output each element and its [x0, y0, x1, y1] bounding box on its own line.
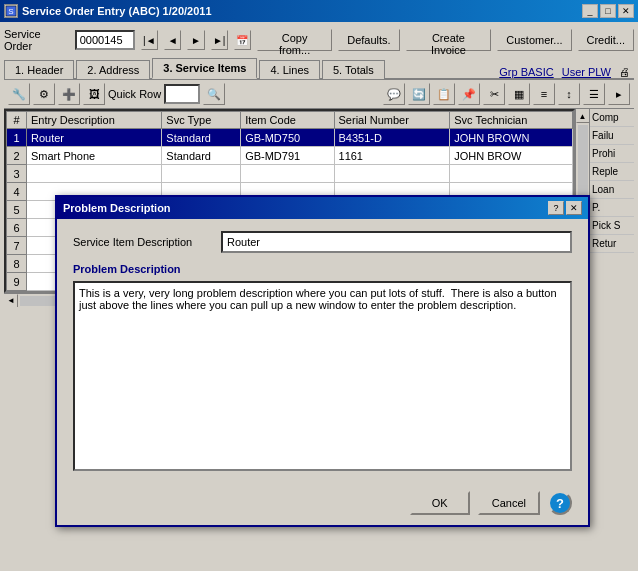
- ok-button[interactable]: OK: [410, 491, 470, 515]
- problem-description-dialog: Problem Description ? ✕ Service Item Des…: [55, 195, 590, 527]
- problem-section-label: Problem Description: [73, 263, 572, 275]
- service-item-row: Service Item Description: [73, 231, 572, 253]
- dialog-help-btn[interactable]: ?: [548, 201, 564, 215]
- dialog-title-buttons: ? ✕: [548, 201, 582, 215]
- service-item-label: Service Item Description: [73, 236, 213, 248]
- modal-overlay: Problem Description ? ✕ Service Item Des…: [0, 0, 638, 571]
- problem-textarea[interactable]: This is a very, very long problem descri…: [73, 281, 572, 471]
- dialog-title: Problem Description: [63, 202, 171, 214]
- service-item-input[interactable]: [221, 231, 572, 253]
- cancel-button[interactable]: Cancel: [478, 491, 540, 515]
- dialog-body: Service Item Description Problem Descrip…: [57, 219, 588, 483]
- dialog-footer-help-btn[interactable]: ?: [548, 491, 572, 515]
- dialog-title-bar: Problem Description ? ✕: [57, 197, 588, 219]
- dialog-footer: OK Cancel ?: [57, 483, 588, 525]
- dialog-close-btn[interactable]: ✕: [566, 201, 582, 215]
